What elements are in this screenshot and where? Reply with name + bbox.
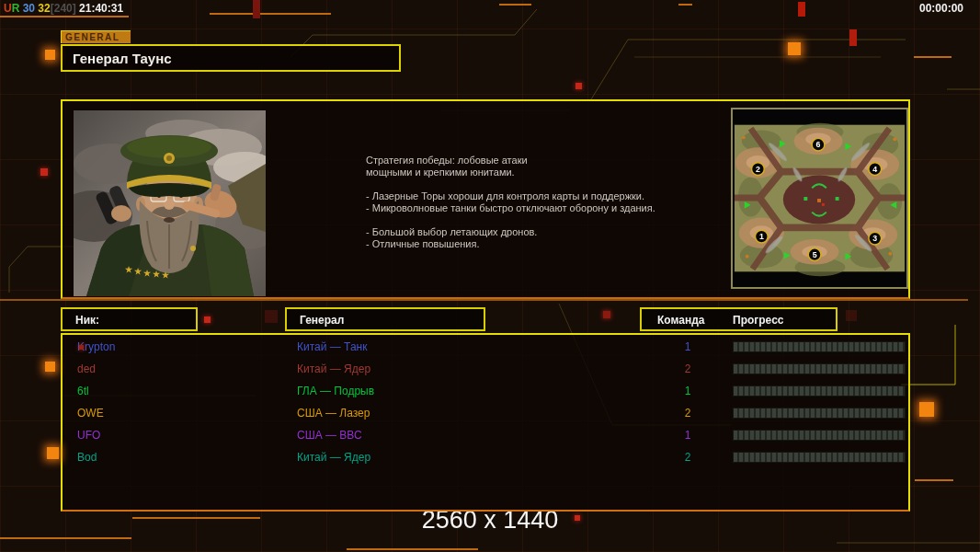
player-row: UFO США — ВВС 1 [63, 424, 908, 446]
header-label: Ник: [75, 314, 99, 327]
status-clock: 21:40:31 [79, 2, 123, 15]
svg-text:★: ★ [143, 269, 152, 278]
status-part: 30 [23, 2, 39, 15]
match-timer: 00:00:00 [919, 2, 963, 15]
status-part: U [4, 2, 12, 15]
general-portrait: ★★ ★★★ [74, 110, 266, 296]
status-part: [240] [51, 2, 79, 15]
player-team: 1 [677, 429, 699, 442]
progress-bar [733, 430, 906, 441]
tab-general: GENERAL [61, 30, 131, 43]
progress-bar [733, 341, 906, 352]
description-paragraph: Стратегия победы: лобовые атаки мощными … [366, 155, 734, 178]
decor-square [575, 515, 580, 521]
player-general: США — ВВС [297, 429, 362, 442]
start-position-label: 1 [759, 232, 764, 241]
decor-square [45, 50, 55, 60]
description-paragraph: - Лазерные Торы хороши для контроля карт… [366, 190, 734, 214]
start-position-label: 3 [872, 234, 877, 243]
column-header-nick: Ник: [61, 307, 198, 331]
decor-square [40, 168, 48, 176]
player-name: UFO [77, 429, 100, 442]
header-label: Генерал [300, 314, 344, 327]
player-general: Китай — Танк [297, 340, 367, 353]
svg-text:★: ★ [153, 270, 161, 279]
progress-bar [733, 408, 906, 419]
player-list: Krypton Китай — Танк 1 ded Китай — Ядер … [61, 333, 910, 512]
player-row: Bod Китай — Ядер 2 [63, 446, 908, 468]
player-name: ded [77, 362, 96, 375]
svg-text:★: ★ [125, 265, 133, 274]
player-general: Китай — Ядер [297, 451, 370, 464]
connection-status: UR 30 32[240] 21:40:31 [4, 2, 123, 15]
player-row: OWE США — Лазер 2 [63, 402, 908, 424]
progress-bar [733, 385, 906, 397]
player-row: 6tl ГЛА — Подрыв 1 [63, 380, 908, 402]
column-header-general: Генерал [285, 307, 485, 331]
general-info-panel: ★★ ★★★ Стратегия победы: лобовые атаки м… [61, 99, 910, 299]
progress-bar [733, 452, 906, 463]
column-header-team-progress: Команда Прогресс [640, 307, 838, 331]
decor-square [919, 402, 934, 417]
player-team: 1 [677, 385, 699, 397]
player-row: ded Китай — Ядер 2 [63, 358, 908, 380]
decor-square [79, 345, 84, 350]
player-general: Китай — Ядер [297, 362, 370, 375]
player-team: 2 [677, 407, 699, 420]
progress-bar [733, 363, 906, 374]
decor-square [204, 316, 211, 323]
general-title-box: Генерал Таунс [61, 44, 401, 72]
decor-square [45, 362, 55, 372]
start-position-label: 2 [756, 165, 760, 174]
header-label: Команда [657, 314, 704, 327]
player-general: ГЛА — Подрыв [297, 385, 374, 397]
status-part: 32 [38, 2, 50, 15]
player-name: OWE [77, 407, 104, 420]
player-team: 1 [677, 340, 699, 353]
map-preview: 1 2 3 4 5 6 [731, 108, 908, 289]
general-description: Стратегия победы: лобовые атаки мощными … [366, 155, 734, 262]
player-row: Krypton Китай — Танк 1 [63, 336, 908, 358]
start-position-label: 5 [813, 250, 817, 259]
status-part: R [12, 2, 23, 15]
decor-square [603, 311, 610, 318]
description-paragraph: - Большой выбор летающих дронов. - Отлич… [366, 226, 734, 250]
start-position-label: 4 [872, 165, 877, 174]
player-name: Bod [77, 451, 97, 464]
start-position-label: 6 [816, 140, 821, 149]
decor-square [47, 447, 59, 459]
player-team: 2 [677, 451, 699, 464]
game-lobby-screen: UR 30 32[240] 21:40:31 00:00:00 GENERAL … [0, 0, 980, 552]
svg-text:★: ★ [162, 270, 170, 280]
page-title: Генерал Таунс [73, 51, 172, 66]
player-team: 2 [677, 362, 699, 375]
svg-text:★: ★ [134, 267, 142, 276]
player-general: США — Лазер [297, 407, 370, 420]
header-label: Прогресс [733, 314, 783, 327]
decor-square [788, 42, 801, 55]
player-name: 6tl [77, 385, 89, 397]
decor-square [575, 83, 582, 89]
